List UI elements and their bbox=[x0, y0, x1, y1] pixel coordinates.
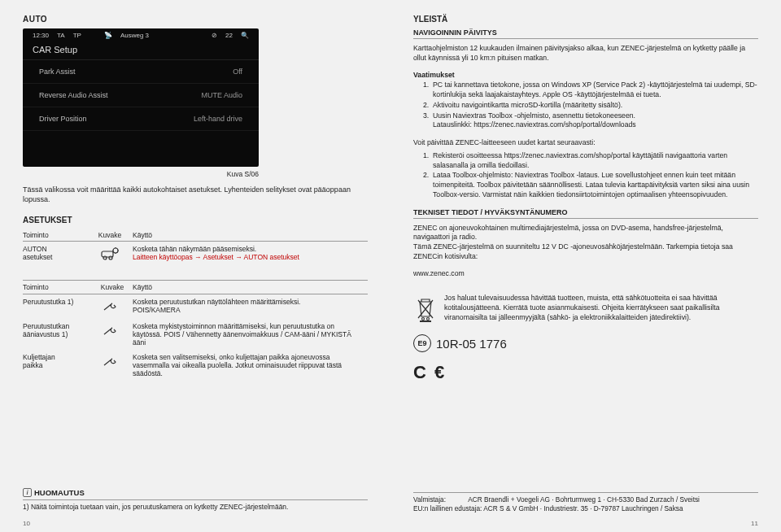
svg-point-5 bbox=[427, 318, 430, 321]
svg-point-4 bbox=[422, 318, 425, 321]
list-item: Lataa Toolbox-ohjelmisto: Naviextras Too… bbox=[433, 171, 758, 199]
row-label: Peruutustutkan ääniavustus 1) bbox=[23, 319, 92, 350]
col-kaytto: Käyttö bbox=[133, 281, 368, 294]
technical-para: ZENEC on ajoneuvokohtainen multimediajär… bbox=[413, 224, 758, 262]
row-desc-path: Laitteen käyttöopas → Asetukset → AUTON … bbox=[133, 253, 363, 261]
update-instructions-intro: Voit päivittää ZENEC-laitteeseen uudet k… bbox=[413, 138, 758, 148]
row-label: AUTON asetukset bbox=[23, 242, 92, 268]
scr-row-driver-position: Driver Position Left-hand drive bbox=[23, 107, 259, 131]
figure-caption: Kuva S/06 bbox=[227, 170, 259, 178]
svg-point-3 bbox=[113, 248, 118, 253]
requirements-list: 1.PC tai kannettava tietokone, jossa on … bbox=[413, 81, 758, 130]
list-item: PC tai kannettava tietokone, jossa on Wi… bbox=[433, 81, 758, 99]
list-item: Aktivoitu navigointikartta microSD-korti… bbox=[433, 101, 622, 111]
table-row: Peruutustutka 1) Kosketa peruutustutkan … bbox=[23, 294, 368, 320]
scr-row-value: Off bbox=[233, 68, 242, 76]
scr-bt-icon: 🔍 bbox=[241, 32, 249, 39]
scr-row-value: MUTE Audio bbox=[201, 91, 242, 99]
zenec-url: www.zenec.com bbox=[413, 269, 758, 279]
requirements-heading: Vaatimukset bbox=[413, 71, 758, 79]
manufacturer-line2: EU:n laillinen edustaja: ACR S & V GmbH … bbox=[413, 504, 758, 514]
intro-text: Tässä valikossa voit määrittää kaikki au… bbox=[23, 185, 368, 204]
row-label: Peruutustutka 1) bbox=[23, 294, 92, 320]
note-text: 1) Näitä toimintoja tuetaan vain, jos pe… bbox=[23, 499, 368, 511]
scr-tp: TP bbox=[73, 32, 81, 39]
manufacturer-line1: Valmistaja: ACR Braendli + Voegeli AG · … bbox=[413, 492, 758, 505]
section-title-right: YLEISTÄ bbox=[413, 15, 758, 24]
car-setup-screenshot: 12:30 TA TP 📡 Ausweg 3 ⊘ 22 🔍 CAR Setup … bbox=[23, 28, 259, 167]
note-heading: HUOMAUTUS bbox=[34, 488, 85, 497]
wrench-icon bbox=[98, 322, 121, 340]
col-kuvake: Kuvake bbox=[92, 281, 133, 294]
scr-title: CAR Setup bbox=[23, 42, 259, 60]
scr-time: 12:30 bbox=[33, 32, 49, 39]
steps-list: 1.Rekisteröi osoitteessa https://zenec.n… bbox=[413, 151, 758, 200]
row-desc: Kosketa sen valitsemiseksi, onko kuljett… bbox=[133, 350, 368, 381]
ce-mark-icon: C € bbox=[413, 362, 758, 383]
row-desc: Kosketa peruutustutkan näyttölähteen mää… bbox=[133, 294, 368, 320]
approval-number-value: 10R-05 1776 bbox=[436, 337, 507, 351]
col-toiminto: Toiminto bbox=[23, 281, 92, 294]
scr-row-label: Driver Position bbox=[39, 115, 87, 123]
asetukset-heading: ASETUKSET bbox=[23, 216, 368, 225]
scr-mute-icon: ⊘ bbox=[212, 32, 217, 39]
scr-row-label: Park Assist bbox=[39, 68, 76, 76]
table-row: Kuljettajan paikka Kosketa sen valitsemi… bbox=[23, 350, 368, 381]
row-label: Kuljettajan paikka bbox=[23, 350, 92, 381]
approval-number: E9 10R-05 1776 bbox=[413, 334, 758, 352]
scr-sat-icon: 📡 bbox=[104, 32, 112, 39]
nav-update-para: Karttaohjelmiston 12 kuukauden ilmainen … bbox=[413, 44, 758, 63]
col-toiminto: Toiminto bbox=[23, 228, 92, 242]
col-kuvake: Kuvake bbox=[92, 228, 133, 242]
settings-table-1: Toiminto Kuvake Käyttö AUTON asetukset K… bbox=[23, 228, 368, 267]
e9-mark-icon: E9 bbox=[413, 334, 431, 352]
info-icon: i bbox=[23, 488, 32, 497]
scr-row-value: Left-hand drive bbox=[194, 115, 242, 123]
subsection-nav-update: NAVIGOINNIN PÄIVITYS bbox=[413, 28, 758, 39]
disposal-text: Jos haluat tulevaisuudessa hävittää tuot… bbox=[444, 294, 758, 322]
table-row: AUTON asetukset Kosketa tähän näkymään p… bbox=[23, 242, 368, 268]
scr-ta: TA bbox=[57, 32, 65, 39]
car-settings-icon bbox=[98, 245, 121, 263]
list-item: Rekisteröi osoitteessa https://zenec.nav… bbox=[433, 151, 758, 170]
wrench-icon bbox=[98, 298, 121, 316]
page-number-left: 10 bbox=[23, 520, 30, 527]
scr-vol: 22 bbox=[225, 32, 233, 39]
list-item: Uusin Naviextras Toolbox -ohjelmisto, as… bbox=[433, 111, 636, 130]
row-desc: Kosketa mykistystoiminnon määrittämiseks… bbox=[133, 319, 368, 350]
row-desc: Kosketa tähän näkymään pääsemiseksi. bbox=[133, 245, 363, 253]
section-title-left: AUTO bbox=[23, 15, 368, 24]
scr-row-park-assist: Park Assist Off bbox=[23, 60, 259, 84]
table-row: Peruutustutkan ääniavustus 1) Kosketa my… bbox=[23, 319, 368, 350]
page-number-right: 11 bbox=[751, 520, 758, 527]
wrench-icon bbox=[98, 353, 121, 371]
weee-icon bbox=[413, 294, 438, 323]
scr-row-reverse-audio: Reverse Audio Assist MUTE Audio bbox=[23, 84, 259, 107]
col-kaytto: Käyttö bbox=[133, 228, 368, 242]
settings-table-2: Toiminto Kuvake Käyttö Peruutustutka 1) … bbox=[23, 280, 368, 381]
scr-row-label: Reverse Audio Assist bbox=[39, 91, 108, 99]
scr-sat: Ausweg 3 bbox=[120, 32, 149, 39]
subsection-technical: TEKNISET TIEDOT / HYVÄKSYNTÄNUMERO bbox=[413, 208, 758, 219]
